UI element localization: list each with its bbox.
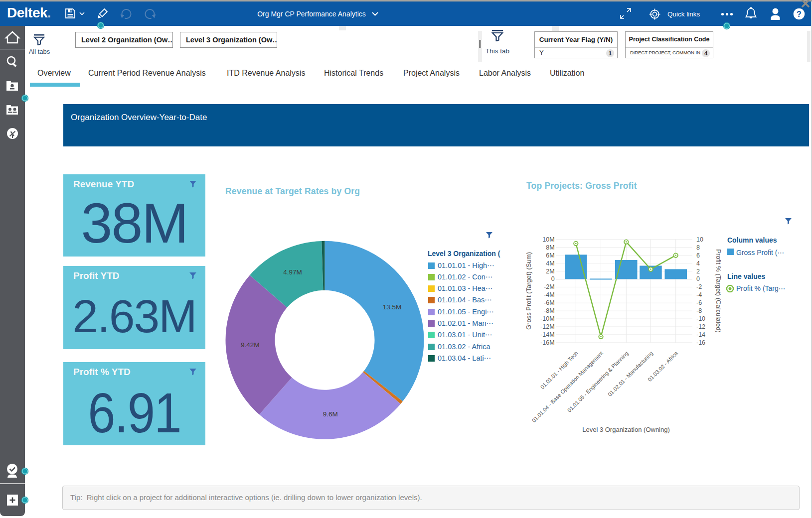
svg-text:-12M: -12M bbox=[540, 323, 554, 330]
svg-text:-8M: -8M bbox=[544, 307, 555, 314]
svg-text:-10: -10 bbox=[696, 315, 705, 322]
svg-text:-6: -6 bbox=[696, 299, 702, 306]
svg-text:8: 8 bbox=[696, 244, 700, 251]
svg-text:Profit % (Target) (Calculated): Profit % (Target) (Calculated) bbox=[715, 249, 722, 333]
svg-text:-10M: -10M bbox=[540, 315, 554, 322]
svg-text:-12: -12 bbox=[696, 323, 705, 330]
svg-text:9.6M: 9.6M bbox=[323, 410, 338, 418]
svg-text:-14M: -14M bbox=[540, 331, 554, 338]
svg-text:13.5M: 13.5M bbox=[383, 303, 402, 311]
svg-text:4.97M: 4.97M bbox=[283, 268, 302, 276]
svg-text:?: ? bbox=[797, 10, 802, 18]
svg-text:10: 10 bbox=[696, 236, 703, 243]
svg-text:2M: 2M bbox=[546, 268, 554, 275]
svg-text:6M: 6M bbox=[546, 252, 554, 259]
svg-text:-16M: -16M bbox=[540, 339, 554, 346]
svg-text:2: 2 bbox=[696, 268, 700, 275]
svg-text:-6M: -6M bbox=[544, 299, 555, 306]
svg-text:-8: -8 bbox=[696, 307, 702, 314]
svg-text:-14: -14 bbox=[696, 331, 705, 338]
svg-text:0: 0 bbox=[551, 275, 555, 282]
svg-text:8M: 8M bbox=[546, 244, 554, 251]
svg-text:-16: -16 bbox=[696, 339, 705, 346]
svg-text:-2: -2 bbox=[696, 283, 702, 290]
svg-text:6: 6 bbox=[696, 252, 700, 259]
svg-text:Gross Profit (Target) (Sum): Gross Profit (Target) (Sum) bbox=[525, 252, 532, 330]
svg-text:-2M: -2M bbox=[544, 283, 555, 290]
svg-text:4M: 4M bbox=[546, 260, 554, 267]
svg-text:0: 0 bbox=[696, 275, 700, 282]
svg-text:Level 3 Organization (Owning): Level 3 Organization (Owning) bbox=[582, 426, 670, 433]
svg-text:9.42M: 9.42M bbox=[241, 341, 260, 349]
svg-text:4: 4 bbox=[696, 260, 700, 267]
svg-text:-4M: -4M bbox=[544, 291, 555, 298]
svg-text:10M: 10M bbox=[542, 236, 554, 243]
svg-text:01.02.01 - Manufacturing: 01.02.01 - Manufacturing bbox=[607, 350, 654, 397]
svg-text:-4: -4 bbox=[696, 291, 702, 298]
